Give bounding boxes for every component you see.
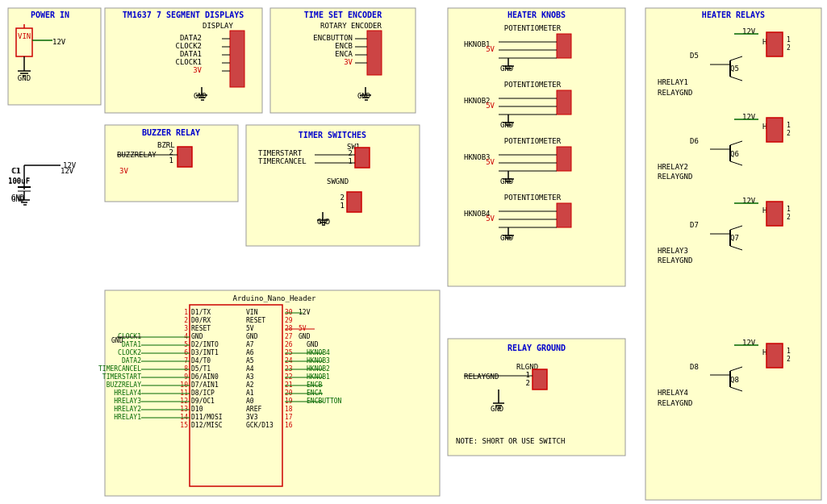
svg-rect-35 (270, 8, 416, 113)
svg-text:VIN: VIN (246, 309, 258, 316)
svg-text:ENCA: ENCA (335, 50, 353, 58)
svg-text:POTENTIOMETER: POTENTIOMETER (504, 24, 562, 32)
svg-text:GND: GND (194, 92, 207, 100)
svg-text:HR2: HR2 (762, 123, 775, 131)
svg-text:ENCA: ENCA (307, 389, 322, 397)
svg-text:28: 28 (285, 325, 293, 332)
schematic-container: POWER IN VIN 12V GND C1 100uF 12V GND TM… (0, 0, 827, 504)
svg-line-154 (730, 367, 742, 371)
svg-text:HKNOB2: HKNOB2 (464, 97, 491, 105)
svg-line-155 (730, 387, 742, 391)
svg-rect-200 (190, 305, 282, 486)
svg-text:HRELAY2: HRELAY2 (114, 406, 141, 413)
svg-text:12V: 12V (299, 309, 311, 316)
svg-text:RESET: RESET (191, 325, 211, 332)
svg-text:5V: 5V (486, 158, 495, 166)
svg-text:12V: 12V (63, 161, 77, 169)
svg-text:Arduino_Nano_Header: Arduino_Nano_Header (233, 294, 317, 302)
svg-text:A3: A3 (246, 373, 254, 381)
svg-text:3V: 3V (344, 58, 353, 66)
svg-rect-67 (557, 90, 571, 115)
svg-text:GND: GND (317, 218, 330, 226)
svg-text:RELAYGND: RELAYGND (658, 89, 692, 97)
svg-text:12: 12 (180, 398, 188, 405)
svg-text:1: 1 (526, 371, 530, 379)
svg-text:DATA2: DATA2 (180, 34, 202, 42)
svg-text:25: 25 (285, 349, 293, 356)
svg-text:GCK/D13: GCK/D13 (246, 422, 274, 429)
svg-text:RLGND: RLGND (516, 363, 538, 371)
svg-text:TIMERCANCEL: TIMERCANCEL (258, 157, 307, 165)
svg-text:17: 17 (285, 414, 293, 421)
svg-text:6: 6 (184, 349, 188, 356)
svg-text:RELAYGND: RELAYGND (658, 399, 692, 407)
svg-text:16: 16 (285, 422, 293, 429)
svg-text:3: 3 (184, 325, 188, 332)
svg-rect-2 (16, 28, 32, 56)
svg-text:HRELAY3: HRELAY3 (658, 247, 688, 255)
svg-text:1: 1 (349, 157, 353, 165)
svg-text:D3/INT1: D3/INT1 (191, 349, 219, 356)
svg-text:GND: GND (11, 195, 24, 203)
svg-text:12V: 12V (61, 167, 74, 175)
svg-rect-133 (766, 344, 783, 368)
svg-text:GND: GND (500, 121, 513, 129)
svg-text:2: 2 (526, 379, 530, 387)
svg-text:3V: 3V (193, 66, 202, 74)
svg-text:HKNOB2: HKNOB2 (307, 365, 330, 373)
svg-text:POTENTIOMETER: POTENTIOMETER (504, 81, 562, 89)
svg-rect-123 (766, 202, 783, 226)
svg-rect-103 (766, 32, 783, 56)
svg-text:HR1: HR1 (762, 38, 775, 46)
svg-rect-52 (448, 8, 625, 286)
svg-text:D7: D7 (690, 221, 699, 229)
svg-rect-16 (105, 8, 262, 113)
svg-text:D0/RX: D0/RX (191, 317, 211, 324)
svg-rect-98 (645, 8, 821, 500)
svg-text:GND: GND (500, 65, 513, 73)
svg-text:5V: 5V (486, 215, 495, 223)
svg-text:D6: D6 (690, 137, 699, 145)
svg-text:1: 1 (787, 36, 791, 44)
svg-text:GND: GND (111, 337, 123, 344)
svg-rect-160 (178, 147, 192, 167)
svg-text:TIMERSTART: TIMERSTART (258, 149, 303, 157)
svg-text:29: 29 (285, 317, 293, 324)
svg-text:18: 18 (285, 406, 293, 413)
svg-text:10: 10 (180, 381, 188, 389)
svg-text:NOTE: SHORT OR USE SWITCH: NOTE: SHORT OR USE SWITCH (456, 437, 565, 445)
svg-text:1: 1 (787, 122, 791, 129)
svg-text:RELAY GROUND: RELAY GROUND (507, 344, 566, 352)
svg-text:D5/T1: D5/T1 (191, 365, 211, 373)
svg-text:POTENTIOMETER: POTENTIOMETER (504, 194, 562, 202)
svg-rect-19 (230, 31, 244, 87)
svg-text:HR4: HR4 (762, 348, 775, 356)
svg-text:SWGND: SWGND (327, 177, 349, 185)
svg-text:D6/AIN0: D6/AIN0 (191, 373, 219, 381)
svg-text:1: 1 (169, 156, 173, 165)
svg-text:Q6: Q6 (730, 150, 739, 158)
svg-text:D4/T0: D4/T0 (191, 357, 211, 364)
svg-text:HKNOB4: HKNOB4 (307, 349, 330, 356)
svg-text:D7/AIN1: D7/AIN1 (191, 381, 219, 389)
svg-text:HEATER KNOBS: HEATER KNOBS (507, 10, 566, 19)
svg-text:POWER IN: POWER IN (31, 10, 69, 19)
svg-rect-78 (557, 147, 571, 171)
svg-text:A0: A0 (246, 398, 254, 405)
svg-text:12V: 12V (52, 38, 66, 46)
svg-text:2: 2 (184, 317, 188, 324)
svg-text:D10: D10 (191, 406, 203, 413)
svg-rect-165 (246, 125, 420, 246)
svg-text:1: 1 (184, 309, 188, 316)
svg-text:3V3: 3V3 (246, 414, 258, 421)
svg-text:GND: GND (246, 333, 258, 340)
svg-text:HR3: HR3 (762, 206, 775, 215)
svg-rect-176 (347, 192, 361, 212)
svg-text:D12/MISC: D12/MISC (191, 422, 223, 429)
svg-text:5V: 5V (486, 45, 495, 53)
svg-text:DISPLAY: DISPLAY (203, 22, 234, 30)
svg-text:CLOCK1: CLOCK1 (118, 333, 141, 340)
svg-text:9: 9 (184, 373, 188, 381)
svg-rect-38 (367, 31, 382, 75)
svg-text:TIMERCANCEL: TIMERCANCEL (98, 365, 141, 373)
